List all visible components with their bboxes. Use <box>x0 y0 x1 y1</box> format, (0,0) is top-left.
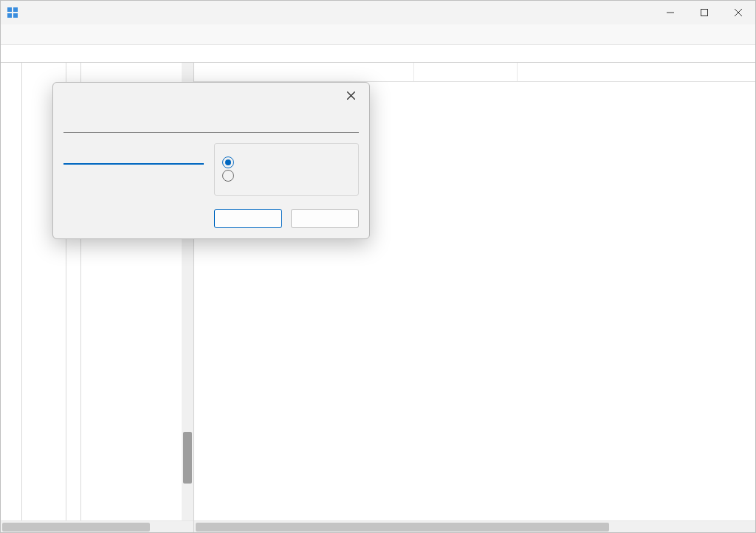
tree-hscroll-thumb[interactable] <box>2 523 150 532</box>
value-data-input[interactable] <box>63 148 204 165</box>
tree-scrollbar-thumb[interactable] <box>183 432 192 484</box>
svg-rect-3 <box>13 13 18 18</box>
dialog-titlebar <box>53 83 369 108</box>
ok-button[interactable] <box>214 209 282 228</box>
close-button[interactable] <box>721 1 755 24</box>
svg-rect-2 <box>7 13 12 18</box>
menubar <box>1 24 755 45</box>
menu-help[interactable] <box>63 32 78 38</box>
dialog-close-button[interactable] <box>340 85 362 106</box>
menu-file[interactable] <box>4 32 18 38</box>
column-name[interactable] <box>194 63 414 81</box>
svg-rect-1 <box>13 7 18 12</box>
svg-rect-0 <box>7 7 12 12</box>
values-hscroll-thumb[interactable] <box>196 523 609 532</box>
app-icon <box>7 7 18 18</box>
values-horizontal-scrollbar[interactable] <box>194 520 755 532</box>
base-groupbox <box>214 143 359 196</box>
menu-view[interactable] <box>33 32 48 38</box>
menu-edit[interactable] <box>18 32 33 38</box>
tree-horizontal-scrollbar[interactable] <box>1 520 193 532</box>
values-header <box>194 63 755 82</box>
edit-dword-dialog <box>52 82 370 239</box>
radio-hexadecimal[interactable] <box>222 157 351 168</box>
value-name-field[interactable] <box>63 115 359 133</box>
radio-hex-indicator <box>222 157 234 168</box>
registry-editor-window <box>0 0 756 533</box>
address-bar[interactable] <box>1 45 755 63</box>
svg-rect-5 <box>701 10 708 16</box>
column-type[interactable] <box>414 63 518 81</box>
radio-decimal[interactable] <box>222 170 351 182</box>
maximize-button[interactable] <box>687 1 721 24</box>
window-controls <box>653 1 755 24</box>
column-data[interactable] <box>518 63 755 81</box>
radio-dec-indicator <box>222 170 234 182</box>
cancel-button[interactable] <box>291 209 359 228</box>
titlebar <box>1 1 755 24</box>
minimize-button[interactable] <box>653 1 687 24</box>
menu-favorites[interactable] <box>48 32 63 38</box>
